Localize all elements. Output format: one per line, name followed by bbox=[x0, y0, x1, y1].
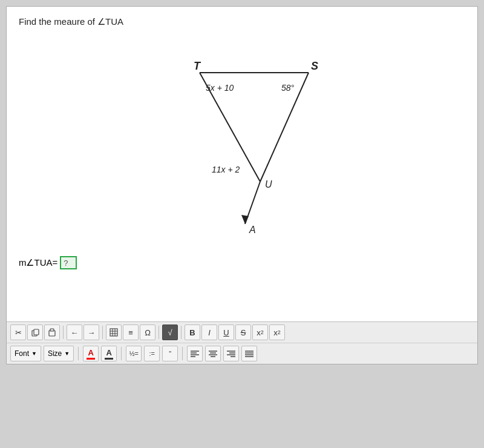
answer-input-box[interactable]: ? bbox=[60, 256, 77, 269]
sqrt-button[interactable]: √ bbox=[162, 324, 178, 340]
answer-placeholder: ? bbox=[61, 259, 68, 268]
size-label: Size bbox=[48, 349, 62, 358]
align-left-icon bbox=[191, 350, 199, 357]
size-dropdown[interactable]: Size ▼ bbox=[44, 346, 74, 361]
justify-icon bbox=[245, 350, 253, 357]
redo-button[interactable]: → bbox=[83, 324, 99, 340]
color-bar-black bbox=[105, 358, 113, 360]
problem-title: Find the meaure of ∠TUA bbox=[19, 16, 465, 27]
toolbar-row2: Font ▼ Size ▼ A A bbox=[7, 343, 477, 364]
paste-icon bbox=[48, 328, 56, 337]
table-icon bbox=[110, 328, 118, 337]
sep1 bbox=[63, 326, 64, 339]
align-left-button[interactable] bbox=[187, 346, 203, 361]
bold-button[interactable]: B bbox=[185, 324, 200, 340]
font-dropdown[interactable]: Font ▼ bbox=[10, 346, 41, 361]
align-right-icon bbox=[227, 350, 235, 357]
font-label: Font bbox=[15, 349, 29, 358]
align-right-button[interactable] bbox=[223, 346, 239, 361]
font-color-icon: A bbox=[87, 348, 95, 360]
svg-marker-4 bbox=[241, 215, 249, 224]
cut-button[interactable]: ✂ bbox=[10, 324, 26, 340]
sep5 bbox=[78, 347, 79, 360]
ordered-list-button[interactable]: ½= bbox=[126, 346, 142, 361]
svg-rect-9 bbox=[110, 329, 117, 336]
paste-button[interactable] bbox=[44, 324, 60, 340]
omega-button[interactable]: Ω bbox=[140, 324, 155, 340]
main-container: Find the meaure of ∠TUA T S bbox=[6, 6, 478, 364]
table-button[interactable] bbox=[106, 324, 122, 340]
sep6 bbox=[121, 347, 122, 360]
label-U: U bbox=[265, 179, 272, 189]
align-center-icon bbox=[209, 350, 217, 357]
label-angle-UA: 11x + 2 bbox=[212, 165, 240, 174]
blockquote-button[interactable]: " bbox=[162, 346, 178, 361]
label-S: S bbox=[311, 60, 318, 72]
copy-icon bbox=[31, 329, 39, 337]
diagram-area: T S U A 5x + 10 58° 11x + 2 bbox=[19, 39, 465, 245]
justify-button[interactable] bbox=[241, 346, 257, 361]
font-color-button[interactable]: A bbox=[83, 346, 99, 361]
answer-label: m∠TUA= bbox=[19, 257, 57, 268]
sep2 bbox=[102, 326, 103, 339]
unordered-list-button[interactable]: := bbox=[144, 346, 160, 361]
sep3 bbox=[159, 326, 159, 339]
sep7 bbox=[182, 347, 183, 360]
highlight-color-button[interactable]: A bbox=[101, 346, 117, 361]
copy-button[interactable] bbox=[27, 324, 43, 340]
strikethrough-button[interactable]: S bbox=[235, 324, 251, 340]
content-area: Find the meaure of ∠TUA T S bbox=[7, 7, 477, 321]
label-A: A bbox=[249, 225, 256, 235]
undo-button[interactable]: ← bbox=[67, 324, 82, 340]
geometry-diagram: T S U A 5x + 10 58° 11x + 2 bbox=[133, 39, 351, 245]
svg-rect-8 bbox=[50, 329, 54, 331]
size-chevron-icon: ▼ bbox=[64, 351, 70, 357]
label-T: T bbox=[194, 60, 201, 72]
font-chevron-icon: ▼ bbox=[31, 351, 37, 357]
color-bar-red bbox=[87, 358, 95, 360]
underline-button[interactable]: U bbox=[218, 324, 234, 340]
highlight-icon: A bbox=[105, 348, 113, 360]
italic-button[interactable]: I bbox=[201, 324, 217, 340]
label-angle-TU: 5x + 10 bbox=[206, 83, 234, 93]
svg-rect-6 bbox=[34, 329, 39, 335]
list-button[interactable]: ≡ bbox=[123, 324, 139, 340]
toolbar-row1: ✂ ← → bbox=[7, 322, 477, 343]
toolbar-wrapper: ✂ ← → bbox=[7, 321, 477, 364]
align-center-button[interactable] bbox=[205, 346, 221, 361]
answer-row: m∠TUA= ? bbox=[19, 256, 465, 269]
sep4 bbox=[181, 326, 182, 339]
superscript-button[interactable]: x2 bbox=[269, 324, 285, 340]
subscript-button[interactable]: x2 bbox=[252, 324, 268, 340]
label-angle-SU: 58° bbox=[281, 83, 295, 93]
